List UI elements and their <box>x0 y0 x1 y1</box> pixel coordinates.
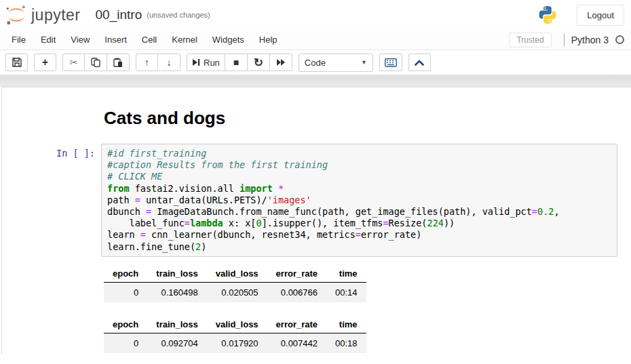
menu-list: File Edit View Insert Cell Kernel Widget… <box>4 31 285 49</box>
restart-run-all-button[interactable] <box>270 54 292 71</box>
markdown-cell[interactable]: Cats and dogs <box>2 87 631 134</box>
table-cell: 00:18 <box>326 333 366 353</box>
code-line: #caption Results from the first training <box>107 159 611 171</box>
markdown-heading: Cats and dogs <box>104 108 631 129</box>
table-cell: 00:14 <box>326 282 366 302</box>
menu-insert[interactable]: Insert <box>97 31 134 49</box>
code-line: learn = cnn_learner(dbunch, resnet34, me… <box>107 229 611 241</box>
code-line: label_func=lambda x: x[0].isupper(), ite… <box>107 218 611 229</box>
copy-icon <box>91 58 100 67</box>
save-button[interactable] <box>5 54 28 71</box>
add-cell-button[interactable]: + <box>34 54 56 71</box>
scissors-icon: ✂ <box>70 58 78 67</box>
table-header-cell: valid_loss <box>207 265 267 283</box>
menu-bar: File Edit View Insert Cell Kernel Widget… <box>0 30 631 50</box>
chevron-up-icon <box>415 60 424 66</box>
menu-kernel[interactable]: Kernel <box>164 31 205 49</box>
input-prompt: In [ ]: <box>2 144 101 257</box>
table-row: 00.0927040.0179200.00744200:18 <box>104 333 366 353</box>
table-header-cell: train_loss <box>147 265 206 283</box>
menu-file[interactable]: File <box>4 31 33 49</box>
code-line: path = untar_data(URLs.PETS)/'images' <box>107 195 611 206</box>
code-editor[interactable]: #id first_training#caption Results from … <box>101 144 617 257</box>
table-cell: 0.160498 <box>147 282 206 302</box>
move-cell-down-button[interactable]: ↓ <box>158 54 180 71</box>
table-row: 00.1604980.0205050.00676600:14 <box>104 282 366 302</box>
table-header-cell: time <box>326 316 366 333</box>
table-header-cell: error_rate <box>267 265 326 283</box>
interrupt-kernel-button[interactable]: ■ <box>225 54 248 71</box>
table-header-cell: time <box>326 265 366 283</box>
kernel-idle-icon <box>615 35 624 44</box>
table-row: 10.0277850.0124490.00541300:18 <box>104 353 366 355</box>
cut-cell-button[interactable]: ✂ <box>62 54 85 71</box>
table-cell: 1 <box>104 353 147 355</box>
move-cell-up-button[interactable]: ↑ <box>136 54 158 71</box>
table-cell: 0 <box>104 282 147 302</box>
paste-cell-button[interactable] <box>107 54 130 71</box>
cell-type-dropdown[interactable]: Code ▼ <box>299 54 373 72</box>
site-background-strip <box>0 75 631 87</box>
menu-widgets[interactable]: Widgets <box>205 31 252 49</box>
table-cell: 0.017920 <box>207 333 267 353</box>
run-label: Run <box>204 58 220 68</box>
collapse-toolbar-button[interactable] <box>408 54 431 71</box>
training-results-table-2: epochtrain_lossvalid_losserror_ratetime0… <box>104 316 366 355</box>
table-header-cell: error_rate <box>267 316 326 333</box>
cell-type-value: Code <box>305 58 326 68</box>
menu-cell[interactable]: Cell <box>134 31 164 49</box>
copy-cell-button[interactable] <box>85 54 107 71</box>
plus-icon: + <box>42 57 48 68</box>
code-cell: In [ ]: #id first_training#caption Resul… <box>2 144 631 257</box>
toolbar: + ✂ ↑ ↓ Run ■ ↻ <box>0 50 631 75</box>
keyboard-icon <box>385 58 397 67</box>
python-logo-icon <box>537 5 558 25</box>
arrow-up-icon: ↑ <box>145 58 149 67</box>
jupyter-logo-icon <box>5 4 27 26</box>
table-cell: 0.012449 <box>207 353 267 355</box>
table-header-cell: epoch <box>104 265 147 283</box>
checkpoint-status: (unsaved changes) <box>147 11 210 19</box>
jupyter-logo[interactable]: jupyter <box>5 4 81 26</box>
stop-icon: ■ <box>233 58 239 67</box>
notebook-container: Cats and dogs In [ ]: #id first_training… <box>1 87 631 355</box>
table-header-cell: valid_loss <box>207 316 267 333</box>
code-line: learn.fine_tune(2) <box>107 241 611 253</box>
kernel-name: Python 3 <box>571 35 609 45</box>
step-forward-icon <box>192 58 200 66</box>
output-area: epochtrain_lossvalid_losserror_ratetime0… <box>104 265 631 355</box>
training-results-table-1: epochtrain_lossvalid_losserror_ratetime0… <box>104 265 366 302</box>
trusted-button[interactable]: Trusted <box>509 33 551 47</box>
table-cell: 0.092704 <box>147 333 206 353</box>
table-cell: 0.020505 <box>207 282 267 302</box>
run-cell-button[interactable]: Run <box>187 54 225 71</box>
logout-button[interactable]: Logout <box>577 5 624 26</box>
fast-forward-icon <box>276 58 286 66</box>
table-cell: 0.027785 <box>147 353 206 355</box>
notebook-title[interactable]: 00_intro <box>96 7 142 22</box>
table-cell: 0.005413 <box>267 353 326 355</box>
chevron-down-icon: ▼ <box>361 59 367 66</box>
kernel-divider <box>564 34 565 46</box>
menu-view[interactable]: View <box>63 31 97 49</box>
code-line: #id first_training <box>107 148 611 159</box>
table-header-cell: epoch <box>104 316 147 333</box>
save-icon <box>12 58 22 67</box>
jupyter-logo-text: jupyter <box>31 6 81 24</box>
menu-edit[interactable]: Edit <box>33 31 63 49</box>
table-cell: 00:18 <box>326 353 366 355</box>
table-cell: 0 <box>104 333 147 353</box>
paste-icon <box>113 58 123 67</box>
table-cell: 0.006766 <box>267 282 326 302</box>
table-cell: 0.007442 <box>267 333 326 353</box>
menu-help[interactable]: Help <box>252 31 285 49</box>
code-line: dbunch = ImageDataBunch.from_name_func(p… <box>107 206 611 218</box>
code-line: # CLICK ME <box>107 171 611 182</box>
arrow-down-icon: ↓ <box>167 58 172 67</box>
table-header-cell: train_loss <box>147 316 206 333</box>
restart-kernel-button[interactable]: ↻ <box>248 54 270 71</box>
command-palette-button[interactable] <box>379 54 402 71</box>
refresh-icon: ↻ <box>254 57 263 68</box>
notebook-header: jupyter 00_intro (unsaved changes) Logou… <box>0 0 631 30</box>
code-line: from fastai2.vision.all import * <box>107 183 611 195</box>
